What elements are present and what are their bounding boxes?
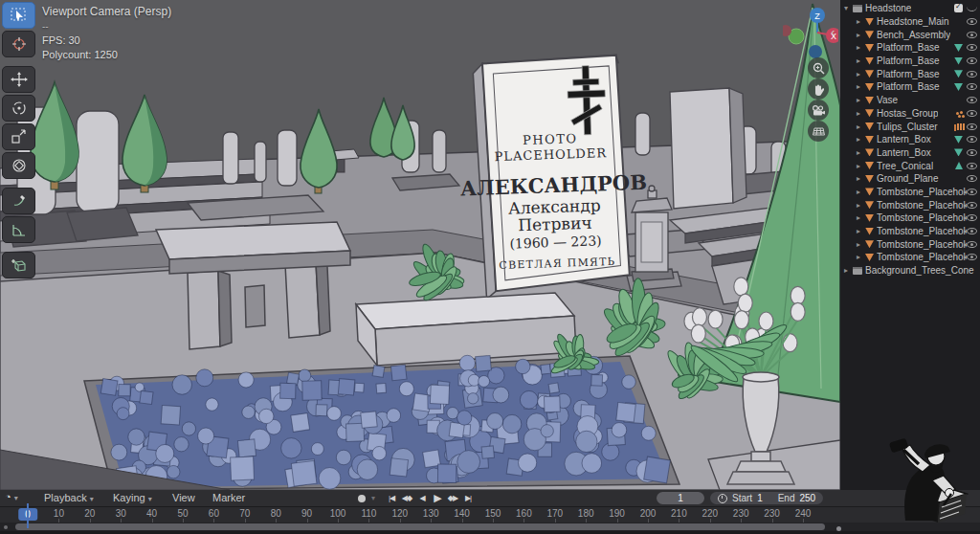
editor-type-button[interactable]: ◔ ▾: [5, 491, 37, 502]
disclosure-arrow-icon[interactable]: ▸: [857, 82, 865, 91]
disclosure-arrow-icon[interactable]: ▸: [857, 43, 865, 52]
outliner-item[interactable]: ▸Tulips_Cluster: [840, 120, 980, 133]
toggle-perspective-button[interactable]: [808, 121, 829, 142]
cursor-tool[interactable]: [2, 31, 35, 57]
play-button[interactable]: ▶: [431, 492, 444, 504]
disclosure-arrow-icon[interactable]: ▸: [857, 17, 865, 26]
eye-icon[interactable]: [967, 32, 977, 38]
select-box-tool[interactable]: [2, 2, 35, 29]
timeline-scrollbar[interactable]: [15, 523, 825, 530]
disclosure-arrow-icon[interactable]: ▸: [857, 162, 865, 170]
disclosure-arrow-icon[interactable]: ▸: [857, 122, 865, 131]
eye-icon[interactable]: [967, 18, 977, 25]
eye-icon[interactable]: [967, 83, 977, 90]
eye-icon[interactable]: [967, 149, 977, 156]
outliner-item[interactable]: ▸Lantern_Box: [840, 133, 980, 146]
record-button[interactable]: [358, 495, 366, 502]
disclosure-arrow-icon[interactable]: ▸: [857, 56, 865, 65]
pan-hand-button[interactable]: [808, 78, 829, 100]
eye-closed-icon[interactable]: [967, 5, 977, 11]
move-tool[interactable]: [2, 66, 35, 93]
eye-icon[interactable]: [967, 228, 977, 234]
disclosure-arrow-icon[interactable]: ▸: [857, 188, 865, 196]
outliner-item[interactable]: ▸Tombstone_Placehok: [840, 225, 980, 238]
eye-icon[interactable]: [967, 241, 977, 248]
sidebar-collapse-arrow[interactable]: ‹: [831, 25, 835, 39]
eye-icon[interactable]: [967, 44, 977, 51]
play-reverse-button[interactable]: ◀: [415, 494, 429, 502]
disclosure-arrow-icon[interactable]: ▸: [844, 266, 853, 275]
outliner-item[interactable]: ▸Bench_Assembly: [840, 28, 980, 41]
disclosure-arrow-icon[interactable]: ▸: [857, 96, 865, 104]
menu-view[interactable]: View: [172, 492, 195, 503]
timeline-ruler[interactable]: 0102030405060708090100110120130140150160…: [0, 507, 980, 523]
eye-icon[interactable]: [967, 110, 977, 117]
axis-z-negative[interactable]: [809, 45, 822, 58]
particles-icon: [956, 112, 959, 115]
next-keyframe-button[interactable]: ◆▶: [446, 494, 459, 502]
disclosure-arrow-icon[interactable]: ▸: [857, 70, 865, 78]
disclosure-arrow-icon[interactable]: ▸: [857, 227, 865, 235]
eye-icon[interactable]: [967, 189, 977, 195]
outliner-item[interactable]: ▸Tombstone_Placehok: [840, 186, 980, 199]
eye-icon[interactable]: [967, 202, 977, 209]
end-field[interactable]: 250: [799, 493, 815, 503]
disclosure-arrow-icon[interactable]: ▸: [857, 135, 865, 144]
scale-tool[interactable]: [2, 123, 35, 150]
menu-playback[interactable]: Playback ▾: [44, 492, 94, 503]
checkbox-icon[interactable]: [954, 4, 963, 12]
disclosure-arrow-icon[interactable]: ▾: [844, 4, 853, 12]
jump-to-start-button[interactable]: |◀: [385, 494, 398, 502]
jump-to-end-button[interactable]: ▶|: [461, 494, 475, 502]
outliner-item[interactable]: ▸Ground_Plane: [840, 172, 980, 186]
transform-tool[interactable]: [2, 152, 35, 179]
outliner-item[interactable]: ▸Platform_Base: [840, 80, 980, 94]
disclosure-arrow-icon[interactable]: ▸: [857, 201, 865, 210]
outliner-root-collection[interactable]: ▾ Headstone: [840, 2, 980, 15]
outliner-item[interactable]: ▸Tombstone_Placehok: [840, 237, 980, 251]
outliner-item[interactable]: ▸Tree_Conical: [840, 159, 980, 172]
eye-icon[interactable]: [967, 71, 977, 78]
zoom-button[interactable]: [808, 57, 829, 78]
outliner-item[interactable]: ▸Hostas_Group: [840, 107, 980, 121]
outliner-collection[interactable]: ▸ Background_Trees_Cone: [840, 264, 980, 278]
outliner-item[interactable]: ▸Platform_Base: [840, 67, 980, 80]
outliner-item[interactable]: ▸Tombstone_Placehok: [840, 211, 980, 225]
add-cube-tool[interactable]: [2, 252, 35, 278]
prev-keyframe-button[interactable]: ◀◆: [400, 494, 413, 502]
rotate-tool[interactable]: [2, 95, 35, 122]
eye-icon[interactable]: [967, 163, 977, 169]
outliner-item[interactable]: ▸Vase: [840, 94, 980, 107]
annotate-tool[interactable]: [2, 188, 35, 214]
camera-view-button[interactable]: [808, 100, 829, 121]
eye-icon[interactable]: [967, 214, 977, 221]
disclosure-arrow-icon[interactable]: ▸: [857, 148, 865, 157]
eye-icon[interactable]: [967, 123, 977, 130]
disclosure-arrow-icon[interactable]: ▸: [857, 253, 865, 261]
eye-icon[interactable]: [967, 136, 977, 143]
eye-icon[interactable]: [967, 254, 977, 260]
disclosure-arrow-icon[interactable]: ▸: [857, 213, 865, 222]
outliner-item[interactable]: ▸Platform_Base: [840, 55, 980, 68]
menu-marker[interactable]: Marker: [212, 492, 245, 503]
playhead-line[interactable]: [27, 503, 29, 528]
menu-keying[interactable]: Kaying ▾: [113, 492, 152, 503]
disclosure-arrow-icon[interactable]: ▸: [857, 240, 865, 249]
current-frame-field[interactable]: 1: [657, 492, 704, 504]
outliner-item[interactable]: ▸Headstone_Main: [840, 15, 980, 29]
eye-icon[interactable]: [967, 57, 977, 64]
disclosure-arrow-icon[interactable]: ▸: [857, 31, 865, 39]
outliner-item[interactable]: ▸Tombstone_Placehok: [840, 251, 980, 264]
start-field[interactable]: 1: [757, 493, 763, 503]
viewport-3d[interactable]: PHOTO PLACEHOLDER АЛЕКСАНДРОВ Александр …: [0, 0, 841, 490]
eye-icon[interactable]: [967, 175, 977, 182]
disclosure-arrow-icon[interactable]: ▸: [857, 109, 865, 118]
outliner-item[interactable]: ▸Tombstone_Placehok: [840, 198, 980, 211]
outliner-item[interactable]: ▸Lantern_Box: [840, 146, 980, 160]
keying-dropdown-icon[interactable]: ▾: [371, 494, 375, 502]
measure-tool[interactable]: [2, 216, 35, 243]
eye-icon[interactable]: [967, 97, 977, 103]
outliner-item[interactable]: ▸Platform_Base: [840, 41, 980, 55]
grave-slab[interactable]: [356, 293, 576, 366]
disclosure-arrow-icon[interactable]: ▸: [857, 174, 865, 183]
